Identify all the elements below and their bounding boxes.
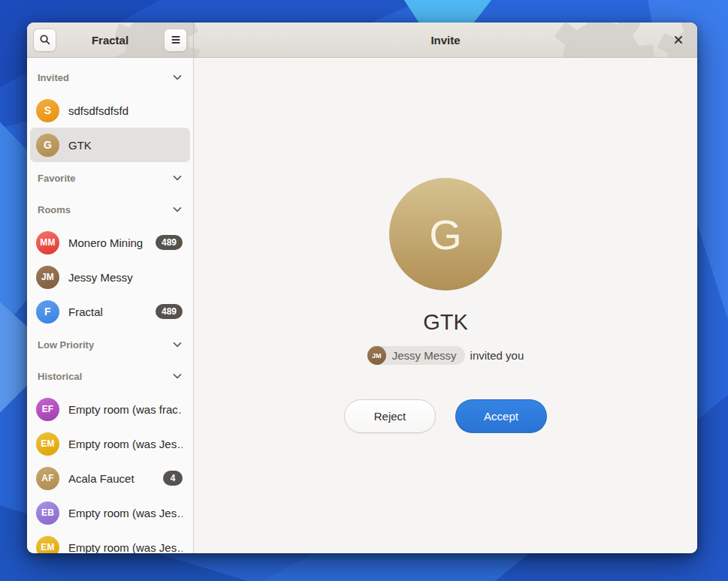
window-body: InvitedSsdfsdfsdfsfdGGTKFavoriteRoomsMMM… [27, 58, 697, 553]
room-name: Monero Mining [68, 236, 147, 249]
room-name: Jessy Messy [68, 271, 183, 284]
room-avatar: EB [36, 501, 59, 525]
room-avatar: F [36, 300, 59, 324]
room-row-empty-room-was-frac[interactable]: EFEmpty room (was frac… [30, 392, 190, 426]
room-row-fractal[interactable]: FFractal489 [30, 294, 190, 329]
invite-view: G GTK JM Jessy Messy invited you Reject … [194, 58, 697, 553]
section-header-invited[interactable]: Invited [30, 62, 190, 93]
section-label: Rooms [38, 204, 71, 215]
close-button[interactable] [667, 29, 690, 51]
room-avatar: EM [36, 536, 59, 554]
chevron-down-icon [172, 72, 183, 83]
unread-count-badge: 489 [156, 235, 183, 250]
inviter-avatar-initials: JM [372, 352, 382, 360]
room-row-jessy-messy[interactable]: JMJessy Messy [30, 260, 190, 294]
invite-actions: Reject Accept [344, 399, 547, 433]
chevron-down-icon [172, 204, 183, 215]
section-label: Invited [38, 72, 69, 83]
chevron-down-icon [172, 173, 183, 183]
room-name: sdfsdfsdfsfd [68, 104, 183, 117]
menu-icon [171, 35, 181, 44]
inviter-avatar: JM [367, 346, 386, 365]
room-name: Empty room (was Jes… [68, 438, 183, 450]
section-header-low-priority[interactable]: Low Priority [30, 329, 190, 360]
room-row-gtk[interactable]: GGTK [30, 128, 190, 162]
room-name: Empty room (was Jes… [68, 541, 183, 554]
close-icon [673, 35, 684, 45]
room-avatar: G [36, 134, 59, 157]
room-row-acala-faucet[interactable]: AFAcala Faucet4 [30, 461, 190, 495]
invite-text: invited you [470, 349, 524, 362]
inviter-name: Jessy Messy [392, 349, 457, 362]
room-row-empty-room-was-jes[interactable]: EBEmpty room (was Jes… [30, 495, 190, 530]
section-header-rooms[interactable]: Rooms [30, 194, 190, 225]
room-row-monero-mining[interactable]: MMMonero Mining489 [30, 225, 190, 260]
inviter-pill[interactable]: JM Jessy Messy [367, 346, 465, 365]
room-avatar: EM [36, 432, 59, 456]
headerbar: Fractal Invite [27, 23, 697, 58]
room-avatar: G [389, 178, 502, 290]
room-name: Empty room (was Jes… [68, 507, 183, 519]
section-header-favorite[interactable]: Favorite [30, 162, 190, 194]
room-row-sdfsdfsdfsfd[interactable]: Ssdfsdfsdfsfd [30, 93, 190, 128]
room-name: GTK [423, 310, 468, 335]
room-row-empty-room-was-jes[interactable]: EMEmpty room (was Jes… [30, 530, 190, 553]
search-button[interactable] [33, 29, 56, 52]
accept-button[interactable]: Accept [455, 399, 547, 433]
invited-by-row: JM Jessy Messy invited you [367, 346, 524, 365]
chevron-down-icon [172, 371, 183, 381]
room-sidebar: InvitedSsdfsdfsdfsfdGGTKFavoriteRoomsMMM… [27, 58, 194, 553]
invite-headerbar: Invite [194, 23, 697, 57]
sidebar-title: Fractal [59, 34, 161, 47]
section-label: Favorite [38, 173, 76, 184]
room-avatar: MM [36, 231, 59, 254]
room-avatar: JM [36, 266, 59, 289]
section-header-historical[interactable]: Historical [30, 360, 190, 392]
room-avatar: S [36, 99, 59, 122]
chevron-down-icon [172, 339, 183, 350]
room-row-empty-room-was-jes[interactable]: EMEmpty room (was Jes… [30, 426, 190, 461]
unread-count-badge: 489 [156, 304, 183, 319]
unread-count-badge: 4 [163, 471, 183, 486]
room-name: GTK [68, 139, 183, 152]
room-name: Acala Faucet [68, 472, 154, 485]
room-name: Empty room (was frac… [68, 403, 183, 416]
fractal-window: Fractal Invite InvitedSsdfsdfsdfsfdGGTKF… [27, 23, 697, 553]
section-label: Historical [38, 371, 82, 382]
room-avatar-initial: G [429, 210, 462, 259]
reject-button[interactable]: Reject [344, 399, 436, 433]
room-name: Fractal [68, 306, 147, 318]
room-list: InvitedSsdfsdfsdfsfdGGTKFavoriteRoomsMMM… [30, 62, 190, 553]
room-avatar: AF [36, 467, 59, 490]
sidebar-headerbar: Fractal [27, 23, 194, 57]
invite-title: Invite [430, 34, 460, 47]
room-avatar: EF [36, 398, 59, 421]
main-menu-button[interactable] [164, 29, 187, 52]
search-icon [39, 34, 51, 46]
section-label: Low Priority [38, 339, 94, 351]
